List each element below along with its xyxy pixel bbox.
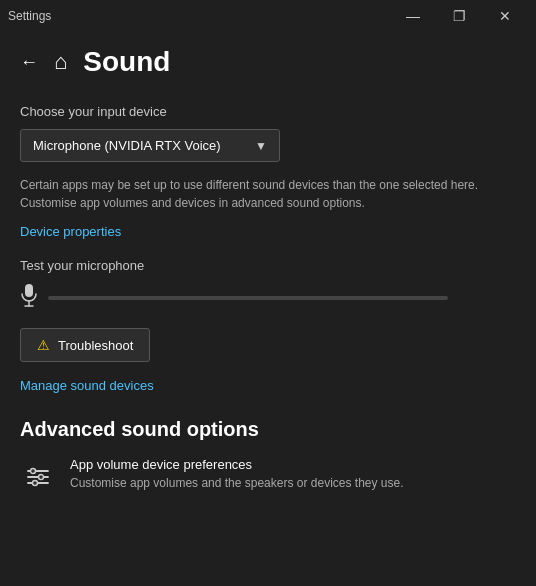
microphone-row (20, 283, 516, 312)
page-header: ← ⌂ Sound (0, 32, 536, 92)
warning-icon: ⚠ (37, 337, 50, 353)
manage-sound-devices-link[interactable]: Manage sound devices (20, 378, 154, 393)
microphone-icon (20, 283, 38, 312)
svg-point-6 (31, 469, 36, 474)
svg-point-7 (39, 475, 44, 480)
title-bar-controls: — ❐ ✕ (390, 0, 528, 32)
main-content: Choose your input device Microphone (NVI… (0, 92, 536, 578)
input-device-label: Choose your input device (20, 104, 516, 119)
back-arrow-icon: ← (20, 52, 38, 73)
test-microphone-label: Test your microphone (20, 258, 516, 273)
advanced-section-title: Advanced sound options (20, 418, 516, 441)
app-volume-title: App volume device preferences (70, 457, 404, 472)
input-device-selected: Microphone (NVIDIA RTX Voice) (33, 138, 221, 153)
input-device-section: Choose your input device Microphone (NVI… (20, 104, 516, 162)
device-properties-link[interactable]: Device properties (20, 224, 121, 239)
title-bar-title: Settings (8, 9, 51, 23)
page-title: Sound (83, 46, 170, 78)
title-bar: Settings — ❐ ✕ (0, 0, 536, 32)
app-volume-text: App volume device preferences Customise … (70, 457, 404, 492)
app-volume-icon (20, 459, 56, 495)
info-text: Certain apps may be set up to use differ… (20, 176, 510, 212)
troubleshoot-label: Troubleshoot (58, 338, 133, 353)
input-device-dropdown[interactable]: Microphone (NVIDIA RTX Voice) ▼ (20, 129, 280, 162)
app-volume-item[interactable]: App volume device preferences Customise … (20, 457, 516, 495)
troubleshoot-button[interactable]: ⚠ Troubleshoot (20, 328, 150, 362)
title-bar-left: Settings (8, 9, 51, 23)
dropdown-arrow-icon: ▼ (255, 139, 267, 153)
minimize-button[interactable]: — (390, 0, 436, 32)
svg-rect-0 (25, 284, 33, 297)
home-icon: ⌂ (54, 49, 67, 75)
maximize-button[interactable]: ❐ (436, 0, 482, 32)
close-button[interactable]: ✕ (482, 0, 528, 32)
microphone-level-bar (48, 296, 448, 300)
svg-point-8 (33, 481, 38, 486)
app-volume-desc: Customise app volumes and the speakers o… (70, 475, 404, 492)
back-button[interactable]: ← (20, 52, 38, 73)
